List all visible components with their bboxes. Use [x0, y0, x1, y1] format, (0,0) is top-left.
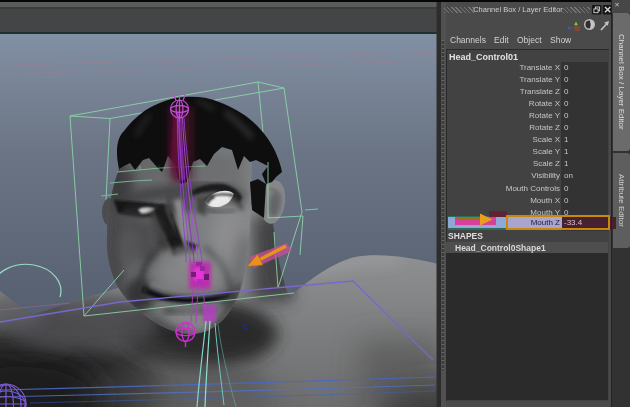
- svg-text:c: c: [242, 320, 248, 332]
